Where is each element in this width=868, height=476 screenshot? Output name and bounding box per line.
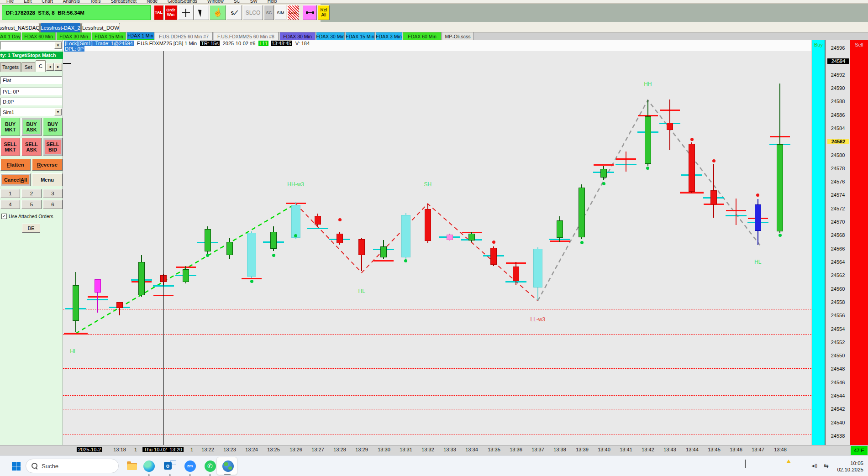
menu-item-chart[interactable]: Chart <box>42 0 53 4</box>
price-label-24584: 24584 <box>826 126 850 131</box>
symbol-select[interactable]: ▼ <box>0 41 63 50</box>
workspace-tab-2[interactable]: Lessfrust-DAX_2 <box>40 23 81 32</box>
chart-tab-2[interactable]: FDAX 60 Min <box>22 32 56 40</box>
chart-tab-11[interactable]: FDAX 3 Min <box>376 32 402 40</box>
release-all-button[interactable]: Rel All <box>318 5 330 20</box>
hand-pan-tool-button[interactable]: ☝ <box>210 5 226 20</box>
sc-button[interactable]: SC <box>264 5 274 20</box>
low-marker-line <box>64 333 88 335</box>
chart-tab-13[interactable]: MP-Oli.scss <box>442 32 473 40</box>
menu-item-tools[interactable]: Tools <box>90 0 100 4</box>
time-label: 13:48 <box>774 447 787 452</box>
signal-dot-red <box>690 138 694 141</box>
order-line-cyan <box>307 228 328 229</box>
price-label-24596: 24596 <box>826 45 850 51</box>
qty-preset-2-button[interactable]: 2 <box>21 189 42 198</box>
tab-scroll-left-button[interactable]: ◄ <box>46 63 54 71</box>
signal-dot-red <box>338 218 342 221</box>
sim-button[interactable]: SIM <box>275 5 286 20</box>
candle-body-green <box>380 246 387 257</box>
tab-scroll-right-button[interactable]: ► <box>54 63 62 71</box>
snap-pointer-tool-button[interactable]: s⟋ <box>226 5 242 20</box>
chart-tab-7[interactable]: F.US.FDXMM25 60 Min #8 <box>214 32 279 40</box>
flatten-button[interactable]: Flatten <box>0 159 31 171</box>
chart-tab-10[interactable]: FDAX 15 Min <box>346 32 375 40</box>
menu-item-spreadsheet[interactable]: Spreadsheet <box>110 0 137 4</box>
use-attached-orders-checkbox[interactable]: ✓ <box>1 214 7 219</box>
breakeven-button[interactable]: BE <box>22 224 40 233</box>
menu-item-node[interactable]: Node <box>147 0 158 4</box>
qty-preset-4-button[interactable]: 4 <box>0 200 20 209</box>
qty-preset-3-button[interactable]: 3 <box>43 189 63 198</box>
tab-c[interactable]: C <box>36 60 46 72</box>
workspace-tab-bar: Lessfrust_NASDAQLessfrust-DAX_2Lessfrust… <box>0 22 868 32</box>
slco-button[interactable]: SLCO <box>243 5 263 20</box>
workspace-tab-3[interactable]: Lessfrust_DOW <box>81 23 120 32</box>
time-label: 13:23 <box>223 447 236 452</box>
line-tool-button[interactable] <box>303 5 317 20</box>
taskbar-app-globe[interactable] <box>221 460 234 472</box>
drawdown-field[interactable]: D:0P <box>0 98 62 105</box>
menu-item-window[interactable]: Window <box>207 0 224 4</box>
buy-dom-column[interactable]: Buy <box>812 40 825 445</box>
chart-tab-4[interactable]: FDAX 15 Min <box>92 32 126 40</box>
menu-item-sw[interactable]: SW <box>250 0 258 4</box>
crosshair-tool-button[interactable] <box>178 5 194 20</box>
menu-item-analysis[interactable]: Analysis <box>63 0 80 4</box>
qty-preset-6-button[interactable]: 6 <box>43 200 63 209</box>
account-select[interactable]: Sim1▼ <box>0 108 63 116</box>
menu-button[interactable]: Menu <box>32 173 63 186</box>
tab-set[interactable]: Set <box>21 62 35 72</box>
pointer-tool-button[interactable] <box>194 5 209 20</box>
candle-body-green <box>600 169 607 178</box>
time-label: 13:30 <box>378 447 390 452</box>
chart-tab-12[interactable]: FDAX 60 Min <box>403 32 442 40</box>
chart-tab-1[interactable]: FDAX 1 Day <box>0 32 21 40</box>
sell-dom-column[interactable]: Sell <box>850 40 868 445</box>
workspace-tab-1[interactable]: Lessfrust_NASDAQ <box>0 23 40 32</box>
price-label-24538: 24538 <box>826 433 850 439</box>
cancel-all-button[interactable]: Cancel All <box>0 173 31 186</box>
price-label-24570: 24570 <box>826 219 850 225</box>
buy-ask-button[interactable]: BUY ASK <box>21 118 42 136</box>
taskbar-clock[interactable]: 10:05 02.10.2025 <box>837 460 863 473</box>
qty-preset-5-button[interactable]: 5 <box>21 200 42 209</box>
price-label-24590: 24590 <box>826 85 850 91</box>
chart-tab-5[interactable]: FDAX 1 Min <box>127 32 154 40</box>
chart-tab-8[interactable]: FDAX 30 Min <box>280 32 316 40</box>
sell-market-button[interactable]: SELL MKT <box>0 138 20 156</box>
price-label-24572: 24572 <box>826 206 850 211</box>
price-axis[interactable]: 2459624594245922459024588245862458424582… <box>825 40 850 445</box>
tal-button[interactable]: TAL <box>154 5 163 20</box>
photos-sync-icon[interactable]: ⇆ <box>824 462 829 469</box>
sell-bid-button[interactable]: SELL BID <box>43 138 63 156</box>
pl-field[interactable]: P/L: 0P <box>0 88 62 95</box>
menu-item-sc[interactable]: SC <box>234 0 240 4</box>
position-field[interactable]: Flat <box>0 76 62 84</box>
order-window-button[interactable]: Ordr Win <box>164 5 177 20</box>
price-label-24588: 24588 <box>826 99 850 104</box>
chart-canvas[interactable]: [Lock][Sim1] Trade: 1@24594F.US.FDXMZ25 … <box>63 40 811 445</box>
chart-tab-9[interactable]: FDAX 30 Min <box>316 32 345 40</box>
qty-preset-1-button[interactable]: 1 <box>0 189 20 198</box>
time-label: 13:42 <box>642 447 654 452</box>
chart-tab-3[interactable]: FDAX 30 Min <box>57 32 91 40</box>
time-axis[interactable]: 47 E 2025-10-213:181Thu 10-02 13:20113:2… <box>0 445 868 455</box>
speaker-icon[interactable]: ◄)) <box>810 463 817 468</box>
menu-item-globalsettings[interactable]: GlobalSettings <box>168 0 197 4</box>
chart-tab-6[interactable]: F.US.DDH25 60 Min #7 <box>155 32 213 40</box>
sell-ask-button[interactable]: SELL ASK <box>21 138 42 156</box>
reverse-button[interactable]: Reverse <box>32 159 63 171</box>
lock-button[interactable]: Lock <box>287 5 299 20</box>
menu-item-edit[interactable]: Edit <box>24 0 32 4</box>
buy-market-button[interactable]: BUY MKT <box>0 118 20 136</box>
chevron-down-icon[interactable]: ▼ <box>54 109 62 115</box>
price-label-24586: 24586 <box>826 112 850 118</box>
tab-targets[interactable]: Targets <box>0 62 21 72</box>
buy-bid-button[interactable]: BUY BID <box>43 118 63 136</box>
menu-item-help[interactable]: Help <box>268 0 277 4</box>
chevron-down-icon[interactable]: ▼ <box>54 42 62 49</box>
time-label: 13:47 <box>752 447 764 452</box>
menu-item-file[interactable]: File <box>6 0 14 4</box>
onedrive-paused-icon[interactable]: ☁ <box>0 469 775 476</box>
